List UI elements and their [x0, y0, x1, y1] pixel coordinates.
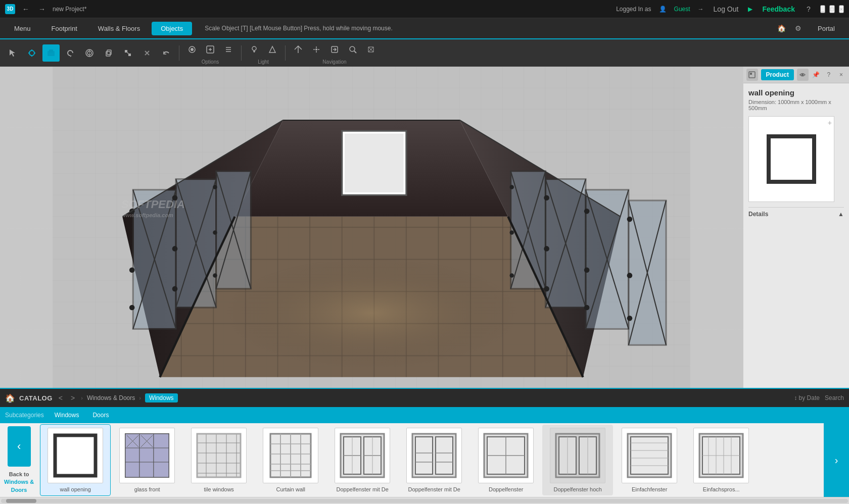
- catalog-item-doppelfenster1[interactable]: Doppelfenster mit De: [327, 425, 398, 495]
- svg-point-72: [627, 316, 633, 321]
- walls-floors-button[interactable]: Walls & Floors: [89, 22, 149, 35]
- subcat-doors[interactable]: Doors: [89, 410, 112, 420]
- subcat-windows[interactable]: Windows: [52, 410, 82, 420]
- catalog-items-row: ‹ Back to Windows &Doors wall opening: [0, 423, 849, 497]
- close-button[interactable]: ×: [839, 5, 844, 13]
- portal-button[interactable]: Portal: [809, 22, 844, 35]
- catalog-item-glass-front[interactable]: glass front: [112, 425, 182, 495]
- catalog-item-img-doppelfenster3: [478, 428, 534, 483]
- catalog-header-right: ↕ by Date Search: [794, 394, 844, 401]
- svg-rect-2: [49, 49, 53, 53]
- options-label: Options: [202, 59, 219, 65]
- svg-rect-119: [415, 437, 433, 474]
- catalog-item-einfachfenster[interactable]: Einfachfenster: [614, 425, 685, 495]
- svg-rect-85: [139, 434, 154, 477]
- preview-plus-icon[interactable]: +: [828, 119, 832, 127]
- username: Guest: [674, 6, 690, 13]
- light-tool-1[interactable]: [246, 41, 263, 58]
- cursor-tool[interactable]: [4, 44, 21, 62]
- catalog-title: CATALOG: [19, 394, 53, 402]
- catalog-home-icon[interactable]: 🏠: [5, 393, 15, 403]
- help-button[interactable]: ?: [805, 3, 813, 15]
- product-tab[interactable]: Product: [761, 69, 794, 80]
- copy-tool[interactable]: [100, 44, 117, 62]
- breadcrumb-windows[interactable]: Windows: [145, 393, 178, 402]
- mirror-tool[interactable]: [81, 44, 98, 62]
- nav-bar: Menu Footprint Walls & Floors Objects Sc…: [0, 18, 849, 39]
- catalog-item-doppelfenster3[interactable]: Doppelfenster: [470, 425, 541, 495]
- 3d-view-tool[interactable]: [42, 44, 60, 62]
- catalog-nav-prev[interactable]: <: [57, 393, 65, 403]
- minimize-button[interactable]: _: [820, 5, 825, 13]
- catalog-item-doppelfenster2[interactable]: Doppelfenster mit De: [399, 425, 469, 495]
- catalog-item-label-doppelfenster1: Doppelfenster mit De: [337, 486, 389, 492]
- svg-point-34: [129, 268, 135, 273]
- catalog-item-label-glass-front: glass front: [134, 486, 160, 492]
- home-nav-icon[interactable]: 🏠: [775, 22, 788, 34]
- nav-tool-2[interactable]: [308, 41, 325, 58]
- objects-button[interactable]: Objects: [152, 22, 192, 35]
- svg-rect-28: [345, 134, 404, 193]
- nav-tool-3[interactable]: [326, 41, 343, 58]
- title-bar-left: 3D ← → new Project*: [5, 3, 86, 15]
- svg-point-15: [350, 46, 355, 52]
- catalog-nav-next[interactable]: >: [69, 393, 77, 403]
- instruction-text: Scale Object [T] [Left Mouse Button] Pre…: [205, 25, 393, 32]
- catalog-item-tile-windows[interactable]: tile windows: [183, 425, 254, 495]
- catalog-next-button[interactable]: ›: [824, 423, 849, 497]
- panel-body: wall opening Dimension: 1000mm x 1000mm …: [743, 83, 849, 388]
- svg-point-47: [213, 273, 217, 277]
- restore-button[interactable]: □: [829, 5, 835, 13]
- bottom-scrollbar[interactable]: [0, 497, 849, 504]
- nav-tool-4[interactable]: [344, 41, 361, 58]
- forward-button[interactable]: →: [36, 3, 48, 15]
- breadcrumb-windows-doors[interactable]: Windows & Doors: [87, 394, 135, 401]
- undo-tool[interactable]: [158, 44, 175, 62]
- title-bar-right: Logged In as 👤 Guest → Log Out ▶ Feedbac…: [616, 3, 844, 15]
- svg-point-65: [584, 268, 590, 273]
- product-dimension: Dimension: 1000mm x 1000mm x 500mm: [748, 99, 844, 111]
- catalog-item-wall-opening[interactable]: wall opening: [40, 424, 111, 496]
- panel-close-icon[interactable]: ×: [836, 70, 846, 80]
- options-tool-2[interactable]: [202, 41, 219, 58]
- catalog-item-doppelfenster-hoch[interactable]: Doppelfenster hoch: [542, 425, 613, 495]
- back-button-container: ‹ Back to Windows &Doors: [0, 423, 38, 497]
- logout-button[interactable]: Log Out: [712, 3, 741, 15]
- scrollbar-thumb[interactable]: [6, 499, 36, 503]
- delete-tool[interactable]: [138, 44, 156, 62]
- room-scene: [0, 67, 743, 388]
- svg-rect-81: [769, 136, 814, 182]
- scale-tool[interactable]: [119, 44, 136, 62]
- separator-3: [285, 45, 286, 61]
- menu-button[interactable]: Menu: [5, 22, 40, 35]
- rotate-tool[interactable]: [62, 44, 79, 62]
- details-label: Details: [748, 211, 768, 218]
- move-tool[interactable]: [23, 44, 40, 62]
- nav-tool-5[interactable]: [362, 41, 380, 58]
- svg-point-70: [627, 217, 633, 222]
- details-header[interactable]: Details ▲: [748, 211, 844, 218]
- viewport[interactable]: SOFTPEDIA www.softpedia.com: [0, 67, 743, 388]
- nav-tool-1[interactable]: [290, 41, 307, 58]
- search-label[interactable]: Search: [825, 394, 844, 401]
- svg-point-80: [801, 74, 804, 76]
- svg-rect-84: [125, 434, 139, 477]
- panel-icon-2[interactable]: [797, 69, 809, 81]
- panel-tab-icon[interactable]: [746, 69, 758, 81]
- light-tool-2[interactable]: [264, 41, 281, 58]
- panel-question-icon[interactable]: ?: [824, 70, 833, 80]
- footprint-button[interactable]: Footprint: [42, 22, 86, 35]
- options-tool-3[interactable]: [220, 41, 237, 58]
- feedback-button[interactable]: Feedback: [760, 3, 797, 15]
- catalog-item-curtain-wall[interactable]: Curtain wall: [255, 425, 326, 495]
- options-tool-1[interactable]: [183, 41, 201, 58]
- sort-label[interactable]: ↕ by Date: [794, 394, 820, 401]
- back-button[interactable]: ←: [20, 3, 31, 15]
- panel-pin-icon[interactable]: 📌: [812, 70, 821, 80]
- product-name: wall opening: [748, 88, 844, 97]
- catalog-item-einfachspros[interactable]: Einfachspros...: [686, 425, 757, 495]
- svg-point-39: [172, 195, 178, 200]
- back-to-windows-doors-button[interactable]: ‹: [8, 426, 31, 467]
- settings-nav-icon[interactable]: ⚙: [793, 22, 804, 34]
- svg-point-52: [509, 185, 513, 189]
